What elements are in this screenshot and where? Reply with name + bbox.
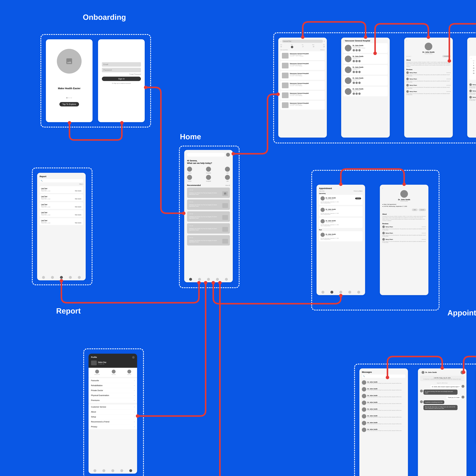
category-hospital[interactable]: Hospital <box>206 167 211 174</box>
nav-icon[interactable] <box>340 291 342 294</box>
view-results-link[interactable]: View results › <box>75 214 82 216</box>
list-item[interactable]: Rehabilitation› <box>91 383 135 388</box>
message-row[interactable]: Dr. John SmithWe can talk about that on … <box>362 399 406 406</box>
signin-button[interactable]: Sign in <box>102 77 141 81</box>
nav-icon[interactable] <box>78 276 81 279</box>
tab-payment[interactable]: Payment <box>127 370 131 375</box>
nav-profile-icon[interactable] <box>225 278 228 281</box>
nav-icon[interactable] <box>111 469 114 472</box>
doctor-card[interactable]: Dr. John SmithGeneral Physician★ ★ ★ ★ ☆ <box>343 87 388 96</box>
view-results-link[interactable]: View results › <box>75 222 82 223</box>
back-icon[interactable]: ‹ <box>469 40 470 42</box>
list-item[interactable]: Setup› <box>91 414 135 419</box>
list-item[interactable]: About› <box>91 409 135 414</box>
category-lab2[interactable]: Lab <box>225 175 230 182</box>
search-input[interactable]: General Phys <box>282 40 323 43</box>
email-field[interactable]: Email <box>102 62 141 67</box>
calendar-day[interactable]: 22 <box>471 69 476 72</box>
nav-appointment-icon[interactable] <box>198 278 201 281</box>
message-row[interactable]: Dr. John SmithWe can talk about that on … <box>362 413 406 420</box>
category-doctor2[interactable]: Doctor <box>187 175 192 182</box>
back-icon[interactable]: ‹ <box>406 40 407 42</box>
call-icon[interactable] <box>460 371 464 374</box>
message-row[interactable]: Dr. John SmithWe can talk about that on … <box>362 393 406 399</box>
nav-home-icon[interactable] <box>189 278 192 281</box>
tab-medical-plan[interactable]: Medical Plan <box>94 370 100 375</box>
list-item[interactable]: Customer Service› <box>91 405 135 409</box>
prev-month-icon[interactable]: ‹ <box>471 57 471 59</box>
view-results-link[interactable]: View results › <box>75 198 82 200</box>
category-hospital2[interactable]: Hospital <box>206 175 211 182</box>
view-all-link[interactable]: View All <box>225 185 230 186</box>
cancel-button[interactable]: Cancel <box>419 209 426 211</box>
nav-message-icon[interactable] <box>207 278 210 281</box>
message-row[interactable]: Dr. John SmithWe can talk about that on … <box>362 420 406 426</box>
calendar-grid[interactable]: 1234567891011121314151617181920212223242… <box>471 62 476 74</box>
date-picker-row[interactable]: 15 16 171819 <box>280 46 325 48</box>
back-icon[interactable]: ‹ <box>420 372 421 374</box>
tab-past-visit[interactable]: Past Visit <box>112 370 116 375</box>
view-results-link[interactable]: View results › <box>75 206 82 207</box>
back-icon[interactable]: ‹ <box>343 40 344 42</box>
recommendation-card[interactable]: 1 day ago Antibiotics Can Protect You Fr… <box>187 187 230 198</box>
list-item[interactable]: Recommend a Friend› <box>91 419 135 424</box>
availability-button[interactable]: Availability <box>442 55 451 57</box>
nav-icon[interactable] <box>322 291 324 294</box>
hospital-card[interactable]: Vancouver General Hospital171 N Slippery… <box>280 91 325 100</box>
nav-icon[interactable] <box>69 276 72 279</box>
hospital-card[interactable]: Vancouver General Hospital 171 N Slipper… <box>280 51 325 60</box>
filter-dropdown[interactable]: Filter ▾ <box>40 183 83 185</box>
nav-icon[interactable] <box>348 291 351 294</box>
category-doctor[interactable]: Doctor <box>187 167 192 174</box>
view-results-link[interactable]: View results › <box>75 190 82 191</box>
nav-icon[interactable] <box>129 469 132 472</box>
recommendation-card[interactable]: 1 day ago Antibiotics Can Protect You Fr… <box>187 223 230 234</box>
nav-icon[interactable] <box>51 276 54 279</box>
recommendation-card[interactable]: 1 day ago Antibiotics Can Protect You Fr… <box>187 211 230 222</box>
message-row[interactable]: Dr. John SmithWe can talk about that on … <box>362 386 406 393</box>
appointment-card[interactable]: Dr. John SmithGeneral Physician2:45 PM, … <box>319 231 363 241</box>
nav-icon[interactable] <box>330 291 333 294</box>
nav-icon[interactable] <box>93 469 96 472</box>
nav-icon[interactable] <box>120 469 123 472</box>
recommendation-card[interactable]: 1 day ago Antibiotics Can Protect You Fr… <box>187 235 230 246</box>
recommendation-card[interactable]: 1 day ago Antibiotics Can Protect You Fr… <box>187 200 230 210</box>
category-lab[interactable]: Lab <box>225 167 230 174</box>
hospital-card[interactable]: Vancouver General Hospital171 N Slippery… <box>280 101 325 110</box>
avatar[interactable] <box>226 153 230 157</box>
calendar-day[interactable]: 8 <box>471 65 476 67</box>
nav-report-icon[interactable] <box>216 278 219 281</box>
search-input[interactable]: 🔍 <box>40 179 83 182</box>
nav-icon[interactable] <box>102 469 105 472</box>
search-input[interactable]: 🔍 <box>362 374 406 378</box>
nav-icon[interactable] <box>42 276 45 279</box>
signup-link[interactable]: Or Sign up to create an account <box>102 83 141 84</box>
edit-button[interactable]: Edit <box>412 209 418 211</box>
appointment-card[interactable]: Dr. John SmithGeneral Physician2:45 PM, … <box>319 206 363 217</box>
tap-explore-button[interactable]: Tap To Explore <box>59 102 79 106</box>
message-row[interactable]: Dr. John SmithWe can talk about that on … <box>362 406 406 413</box>
doctor-card[interactable]: Dr. John SmithGeneral Physician★ ★ ★ ★ ☆ <box>343 65 388 75</box>
password-field[interactable]: Password <box>102 68 141 72</box>
calendar-day[interactable]: 15 <box>471 67 476 69</box>
doctor-card[interactable]: Dr. John SmithGeneral Physician★ ★ ★ ★ ☆ <box>343 76 388 85</box>
back-icon[interactable]: ‹ <box>280 40 281 42</box>
list-item[interactable]: Privacy› <box>91 424 135 429</box>
search-input[interactable] <box>187 153 225 157</box>
doctor-card[interactable]: Dr. John SmithGeneral Physician★ ★ ★ ★ ☆ <box>343 54 388 64</box>
appointment-card[interactable]: Dr. John SmithGeneral Physician Finished… <box>319 195 363 205</box>
list-item[interactable]: Premiums› <box>91 398 135 403</box>
list-item[interactable]: Favourite› <box>91 378 135 383</box>
forget-password-link[interactable]: Forget Password <box>102 73 141 75</box>
message-row[interactable]: Dr. John SmithWe can talk about that on … <box>362 426 406 433</box>
nav-icon[interactable] <box>60 276 63 279</box>
list-item[interactable]: Physical Examination› <box>91 393 135 398</box>
calendar-day[interactable]: 1 <box>471 62 476 64</box>
filter-icon[interactable]: ≡ <box>324 40 325 42</box>
list-item[interactable]: Private Doctor› <box>91 388 135 393</box>
hospital-card[interactable]: Vancouver General Hospital171 N Slippery… <box>280 71 325 80</box>
hospital-card[interactable]: Vancouver General Hospital171 N Slippery… <box>280 81 325 90</box>
doctor-card[interactable]: Dr. John Smith General Physician ★ ★ ★ ★… <box>343 43 388 53</box>
settings-icon[interactable] <box>132 356 135 359</box>
message-row[interactable]: Dr. John SmithWe can talk about that on … <box>362 379 406 386</box>
